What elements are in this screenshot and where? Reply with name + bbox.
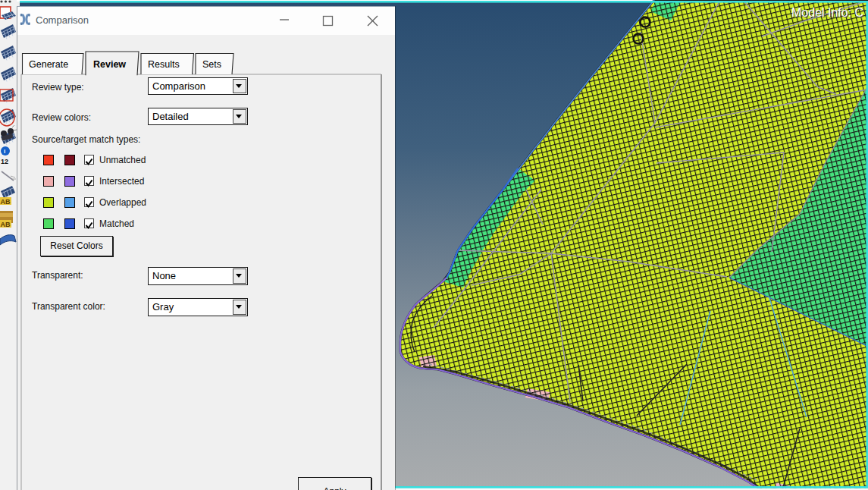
svg-text:AB: AB xyxy=(1,198,11,206)
svg-text:Review: Review xyxy=(93,59,126,70)
svg-text:12: 12 xyxy=(1,158,8,165)
svg-text:Generate: Generate xyxy=(29,59,68,70)
svg-text:Model Info: C: Model Info: C xyxy=(791,6,863,19)
svg-text:Results: Results xyxy=(148,59,180,70)
svg-text:Sets: Sets xyxy=(202,59,221,70)
svg-text:AB: AB xyxy=(1,221,11,228)
svg-text:i: i xyxy=(4,148,5,155)
